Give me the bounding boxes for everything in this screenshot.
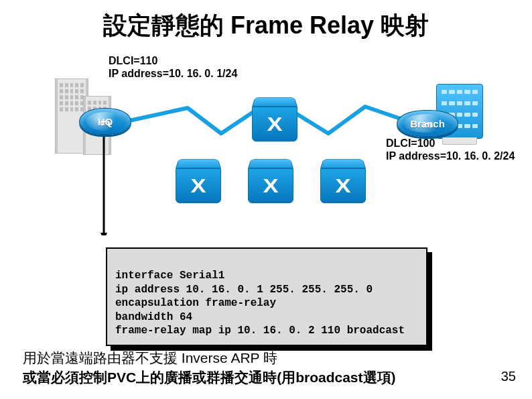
router-branch-label: Branch: [410, 118, 445, 129]
switch-top: X: [252, 93, 297, 139]
slide-title: 設定靜態的 Frame Relay 映射: [0, 0, 532, 48]
router-hq: HQ: [79, 108, 131, 135]
router-hq-label: HQ: [98, 116, 113, 127]
switch-bl: X: [176, 155, 221, 201]
footer-note: 用於當遠端路由器不支援 Inverse ARP 時 或當必須控制PVC上的廣播或…: [23, 349, 396, 387]
cfg-l1: interface Serial1: [115, 270, 224, 282]
network-diagram: HQ Branch X X X X DLCI=110 IP address=10…: [0, 48, 532, 235]
hq-ip: IP address=10. 16. 0. 1/24: [109, 67, 237, 80]
footer-line1: 用於當遠端路由器不支援 Inverse ARP 時: [23, 349, 396, 367]
branch-dlci: DLCI=100: [386, 137, 515, 150]
footer-line2: 或當必須控制PVC上的廣播或群播交通時(用broadcast選項): [23, 368, 396, 387]
switch-br: X: [320, 155, 366, 201]
cfg-l4: bandwidth 64: [115, 311, 192, 323]
branch-ip: IP address=10. 16. 0. 2/24: [386, 150, 515, 162]
switch-bm: X: [248, 155, 293, 201]
router-branch: Branch: [397, 110, 458, 137]
hq-info: DLCI=110 IP address=10. 16. 0. 1/24: [109, 54, 237, 80]
page-number: 35: [501, 369, 516, 384]
branch-info: DLCI=100 IP address=10. 16. 0. 2/24: [386, 137, 515, 162]
svg-marker-1: [101, 233, 107, 235]
cfg-l5: frame-relay map ip 10. 16. 0. 2 110 broa…: [115, 325, 405, 337]
cfg-l3: encapsulation frame-relay: [115, 297, 276, 309]
hq-dlci: DLCI=110: [109, 54, 237, 67]
cfg-l2: ip address 10. 16. 0. 1 255. 255. 255. 0: [115, 284, 373, 296]
config-box: interface Serial1 ip address 10. 16. 0. …: [106, 247, 427, 346]
